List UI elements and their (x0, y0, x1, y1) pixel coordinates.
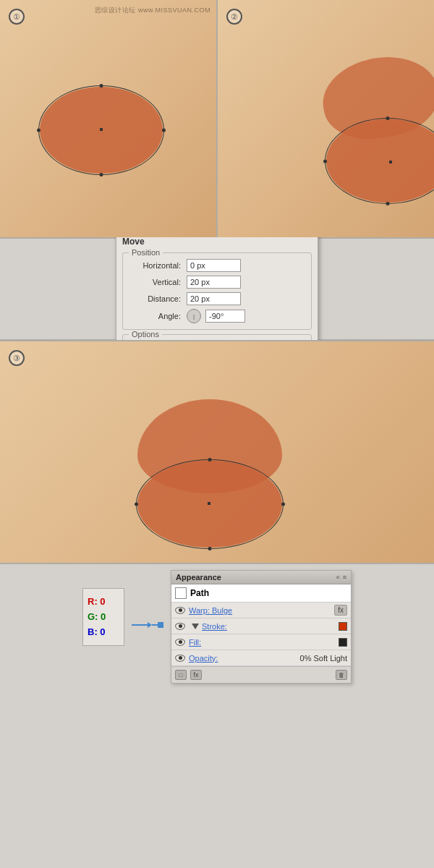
new-item-icon[interactable]: □ (175, 670, 187, 680)
horizontal-input[interactable] (187, 259, 241, 272)
appearance-titlebar: Appearance « ≡ (171, 571, 351, 584)
canvas-panel-2: ② (218, 0, 434, 237)
rgb-box: R: 0 G: 0 B: 0 (82, 588, 124, 646)
appearance-area: R: 0 G: 0 B: 0 Appearance « ≡ Path (0, 564, 434, 694)
position-label: Position (129, 248, 163, 257)
g-value: G: 0 (88, 610, 119, 625)
fx-bottom-icon[interactable]: fx (190, 670, 202, 680)
appearance-panel: Appearance « ≡ Path Warp: Bulge fx (171, 570, 352, 684)
distance-row: Distance: (130, 292, 304, 305)
stroke-visibility-icon[interactable] (175, 623, 185, 630)
ellipse-outline-2 (325, 118, 434, 204)
warp-visibility-icon[interactable] (175, 607, 185, 614)
collapse-button[interactable]: « (336, 574, 340, 581)
horizontal-row: Horizontal: (130, 259, 304, 272)
fx-badge: fx (334, 605, 347, 616)
dialog-area: Move Position Horizontal: Vertical: Dist… (0, 239, 434, 340)
opacity-row: Opacity: 0% Soft Light (171, 650, 351, 666)
arrow-circle (158, 622, 163, 628)
path-label: Path (190, 588, 209, 598)
step-number-3: ③ (9, 350, 25, 366)
appearance-bottom-bar: □ fx 🗑 (171, 666, 351, 683)
stroke-label[interactable]: Stroke: (202, 622, 339, 631)
path-thumbnail (175, 587, 187, 599)
stroke-color-swatch[interactable] (339, 622, 347, 631)
path-row: Path (171, 584, 351, 603)
warp-bulge-row: Warp: Bulge fx (171, 603, 351, 618)
angle-row: Angle: | (130, 309, 304, 323)
stroke-expand-icon[interactable] (192, 624, 199, 629)
options-label: Options (129, 330, 162, 339)
watermark-1: 思综设计论坛 www.MISSVUAN.COM (95, 6, 210, 15)
step-number-1: ① (9, 9, 25, 25)
fill-color-swatch[interactable] (339, 638, 347, 647)
distance-label: Distance: (130, 294, 181, 303)
appearance-title: Appearance (176, 573, 221, 582)
canvas-panel-3: ③ (0, 340, 434, 564)
vertical-row: Vertical: (130, 276, 304, 289)
distance-input[interactable] (187, 292, 241, 305)
opacity-value: 0% Soft Light (300, 654, 347, 663)
dialog-title: Move (122, 237, 312, 247)
stroke-row: Stroke: (171, 618, 351, 634)
r-value: R: 0 (88, 595, 119, 610)
canvas-panel-1: ① 思综设计论坛 www.MISSVUAN.COM (0, 0, 218, 237)
arrow-connector (132, 624, 148, 626)
move-dialog: Move Position Horizontal: Vertical: Dist… (116, 230, 318, 348)
horizontal-label: Horizontal: (130, 261, 181, 270)
vertical-label: Vertical: (130, 278, 181, 286)
angle-dial[interactable]: | (187, 309, 201, 323)
step-number-2: ② (226, 9, 242, 25)
angle-label: Angle: (130, 312, 181, 320)
fill-row: Fill: (171, 634, 351, 650)
appearance-controls[interactable]: « ≡ (336, 574, 346, 581)
opacity-visibility-icon[interactable] (175, 655, 185, 662)
fill-visibility-icon[interactable] (175, 639, 185, 646)
b-value: B: 0 (88, 625, 119, 640)
top-panels: ① 思综设计论坛 www.MISSVUAN.COM ② (0, 0, 434, 239)
warp-bulge-label[interactable]: Warp: Bulge (189, 606, 334, 615)
arrow-tail (152, 624, 158, 626)
angle-input[interactable] (205, 310, 245, 323)
position-section: Position Horizontal: Vertical: Distance:… (122, 252, 312, 330)
delete-icon[interactable]: 🗑 (336, 670, 347, 680)
fill-label[interactable]: Fill: (189, 638, 339, 647)
vertical-input[interactable] (187, 276, 241, 289)
opacity-label[interactable]: Opacity: (189, 654, 297, 663)
menu-button[interactable]: ≡ (343, 574, 346, 581)
